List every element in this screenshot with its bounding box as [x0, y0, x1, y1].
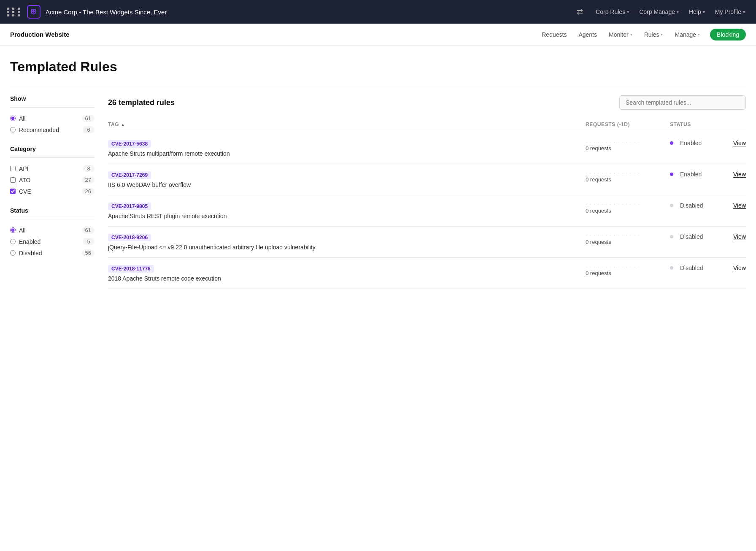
- show-recommended-label: Recommended: [19, 127, 83, 133]
- category-ato-label: ATO: [19, 177, 82, 184]
- manage-link[interactable]: Manage ▾: [670, 29, 705, 41]
- help-link[interactable]: Help ▾: [685, 6, 709, 18]
- app-grid-icon[interactable]: [7, 8, 22, 16]
- status-cell: Enabled View: [670, 171, 746, 178]
- category-ato-checkbox[interactable]: ATO 27: [10, 174, 94, 186]
- view-link[interactable]: View: [733, 233, 746, 240]
- content-area: 26 templated rules TAG ▲ REQUESTS (-1D) …: [108, 95, 746, 289]
- chevron-down-icon: ▾: [703, 10, 705, 14]
- requests-text: 0 requests: [586, 176, 670, 183]
- search-input[interactable]: [619, 95, 746, 110]
- status-text: Enabled: [680, 171, 702, 178]
- category-ato-input[interactable]: [10, 177, 16, 183]
- rule-name: Apache Struts multipart/form remote exec…: [108, 150, 586, 157]
- app-logo: ⛨: [27, 5, 40, 19]
- status-disabled-radio[interactable]: Disabled 56: [10, 247, 94, 259]
- status-all-count: 61: [82, 227, 94, 234]
- category-cve-input[interactable]: [10, 189, 16, 194]
- top-nav: ⛨ Acme Corp - The Best Widgets Since, Ev…: [0, 0, 756, 24]
- requests-text: 0 requests: [586, 208, 670, 214]
- category-cve-checkbox[interactable]: CVE 26: [10, 186, 94, 197]
- category-api-input[interactable]: [10, 166, 16, 171]
- rule-cell: CVE-2018-9206 jQuery-File-Upload <= v9.2…: [108, 233, 586, 251]
- view-link[interactable]: View: [733, 265, 746, 271]
- requests-text: 0 requests: [586, 145, 670, 151]
- show-all-input[interactable]: [10, 116, 16, 121]
- show-section: Show All 61 Recommended 6: [10, 95, 94, 135]
- sidebar-divider: [10, 219, 94, 219]
- status-cell: Disabled View: [670, 202, 746, 209]
- status-all-radio[interactable]: All 61: [10, 224, 94, 236]
- my-profile-link[interactable]: My Profile ▾: [711, 6, 749, 18]
- category-api-count: 8: [83, 165, 94, 172]
- tag-column-header[interactable]: TAG ▲: [108, 122, 586, 127]
- rule-cell: CVE-2017-5638 Apache Struts multipart/fo…: [108, 140, 586, 157]
- chevron-down-icon: ▾: [630, 32, 632, 37]
- sub-nav: Production Website Requests Agents Monit…: [0, 24, 756, 46]
- status-text: Disabled: [680, 233, 703, 240]
- requests-link[interactable]: Requests: [537, 29, 572, 41]
- chevron-down-icon: ▾: [743, 10, 745, 14]
- monitor-link[interactable]: Monitor ▾: [604, 29, 637, 41]
- status-disabled-input[interactable]: [10, 250, 16, 256]
- view-link[interactable]: View: [733, 171, 746, 178]
- status-dot: [670, 266, 673, 270]
- status-all-input[interactable]: [10, 227, 16, 233]
- show-recommended-input[interactable]: [10, 127, 16, 132]
- requests-column-header: REQUESTS (-1D): [586, 122, 670, 127]
- status-enabled-label: Enabled: [19, 238, 83, 245]
- rule-tag: CVE-2018-11776: [108, 265, 154, 273]
- status-text: Enabled: [680, 140, 702, 146]
- chevron-down-icon: ▾: [698, 32, 700, 37]
- status-disabled-label: Disabled: [19, 250, 82, 257]
- category-cve-label: CVE: [19, 188, 82, 195]
- page-divider: [10, 85, 746, 85]
- sort-arrow-icon: ▲: [121, 122, 125, 127]
- status-section-title: Status: [10, 207, 94, 214]
- requests-cell: · · · · · · · · · · · · · · 0 requests: [586, 233, 670, 245]
- top-nav-links: Corp Rules ▾ Corp Manage ▾ Help ▾ My Pro…: [591, 6, 749, 18]
- agents-link[interactable]: Agents: [573, 29, 602, 41]
- rule-tag: CVE-2017-5638: [108, 140, 151, 148]
- page-title: Templated Rules: [10, 59, 746, 75]
- chevron-down-icon: ▾: [661, 32, 663, 37]
- status-enabled-input[interactable]: [10, 239, 16, 244]
- category-ato-count: 27: [82, 176, 94, 184]
- table-row: CVE-2018-11776 2018 Apache Struts remote…: [108, 258, 746, 289]
- site-title: Production Website: [10, 31, 535, 38]
- rules-table: TAG ▲ REQUESTS (-1D) STATUS CVE-2017-563…: [108, 118, 746, 289]
- view-link[interactable]: View: [733, 140, 746, 146]
- requests-dots: · · · · · · · · · · · · · ·: [586, 202, 670, 207]
- status-dot: [670, 141, 673, 145]
- blocking-button[interactable]: Blocking: [710, 29, 746, 41]
- requests-dots: · · · · · · · · · · · · · ·: [586, 265, 670, 269]
- app-title: Acme Corp - The Best Widgets Since, Ever: [46, 8, 572, 16]
- status-section: Status All 61 Enabled 5 Disabled 56: [10, 207, 94, 259]
- requests-text: 0 requests: [586, 270, 670, 276]
- rules-link[interactable]: Rules ▾: [639, 29, 668, 41]
- view-link[interactable]: View: [733, 202, 746, 209]
- status-cell: Disabled View: [670, 233, 746, 240]
- status-text: Disabled: [680, 202, 703, 209]
- show-section-title: Show: [10, 95, 94, 102]
- show-recommended-radio[interactable]: Recommended 6: [10, 124, 94, 135]
- rule-name: jQuery-File-Upload <= v9.22.0 unauthenti…: [108, 244, 586, 251]
- page-content: Templated Rules Show All 61 Recommended …: [0, 46, 756, 299]
- table-row: CVE-2017-9805 Apache Struts REST plugin …: [108, 195, 746, 227]
- category-cve-count: 26: [82, 188, 94, 195]
- corp-rules-link[interactable]: Corp Rules ▾: [591, 6, 633, 18]
- show-all-radio[interactable]: All 61: [10, 113, 94, 124]
- rule-cell: CVE-2018-11776 2018 Apache Struts remote…: [108, 265, 586, 282]
- rule-cell: CVE-2017-9805 Apache Struts REST plugin …: [108, 202, 586, 219]
- status-enabled-count: 5: [83, 238, 94, 245]
- requests-cell: · · · · · · · · · · · · · · 0 requests: [586, 265, 670, 276]
- category-api-checkbox[interactable]: API 8: [10, 163, 94, 174]
- requests-cell: · · · · · · · · · · · · · · 0 requests: [586, 171, 670, 183]
- status-enabled-radio[interactable]: Enabled 5: [10, 236, 94, 247]
- corp-manage-link[interactable]: Corp Manage ▾: [635, 6, 683, 18]
- status-cell: Disabled View: [670, 265, 746, 271]
- sidebar-divider: [10, 157, 94, 158]
- table-header: TAG ▲ REQUESTS (-1D) STATUS: [108, 118, 746, 131]
- requests-dots: · · · · · · · · · · · · · ·: [586, 140, 670, 144]
- switch-icon[interactable]: ⇄: [577, 7, 583, 16]
